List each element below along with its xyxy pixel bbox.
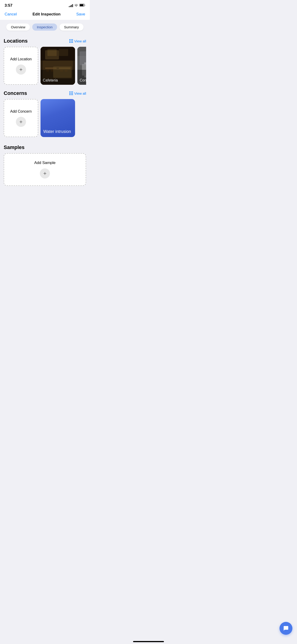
add-sample-label: Add Sample: [34, 160, 56, 165]
svg-rect-11: [48, 49, 57, 56]
concerns-view-all-button[interactable]: View all: [69, 92, 86, 95]
conference-label: Conference room: [80, 78, 86, 82]
wifi-icon: [74, 4, 78, 8]
add-sample-icon: +: [40, 168, 50, 178]
water-intrusion-label: Water intrusion: [43, 129, 72, 134]
concerns-view-all-label: View all: [74, 92, 86, 95]
cancel-button[interactable]: Cancel: [4, 12, 17, 16]
concerns-header: Concerns View all: [4, 86, 86, 99]
add-location-icon: +: [16, 64, 26, 75]
cafeteria-label: Cafeteria: [43, 78, 58, 82]
svg-rect-8: [60, 70, 63, 72]
samples-section: Samples Add Sample +: [4, 140, 86, 186]
add-location-label: Add Location: [10, 57, 32, 61]
locations-view-all-label: View all: [74, 39, 86, 43]
svg-rect-18: [84, 62, 86, 64]
concerns-title: Concerns: [4, 90, 27, 96]
status-icons: [69, 4, 85, 8]
svg-rect-1: [80, 4, 84, 6]
samples-header: Samples: [4, 140, 86, 153]
nav-bar: Cancel Edit Inspection Save: [0, 10, 90, 20]
tab-overview[interactable]: Overview: [6, 24, 30, 31]
tab-inspection[interactable]: Inspection: [32, 24, 57, 31]
svg-rect-5: [59, 68, 70, 69]
main-content: Locations View all Add Location +: [0, 34, 90, 209]
svg-rect-9: [65, 70, 68, 72]
locations-header: Locations View all: [4, 34, 86, 47]
page-title: Edit Inspection: [32, 12, 60, 16]
status-time: 3:57: [4, 3, 12, 8]
tab-summary[interactable]: Summary: [60, 24, 83, 31]
signal-icon: [69, 4, 73, 7]
svg-rect-10: [40, 47, 75, 60]
svg-rect-27: [77, 70, 86, 85]
svg-rect-4: [45, 68, 57, 69]
add-location-button[interactable]: Add Location +: [4, 47, 38, 85]
location-card-conference[interactable]: Conference room: [77, 47, 86, 85]
battery-icon: [80, 4, 85, 8]
add-concern-icon: +: [16, 117, 26, 127]
status-bar: 3:57: [0, 0, 90, 10]
svg-rect-13: [40, 70, 75, 85]
location-card-cafeteria[interactable]: Cafeteria: [40, 47, 75, 85]
grid-icon: [69, 39, 73, 43]
locations-view-all-button[interactable]: View all: [69, 39, 86, 43]
locations-title: Locations: [4, 38, 28, 44]
concern-card-water[interactable]: Water intrusion: [40, 99, 75, 137]
save-button[interactable]: Save: [76, 12, 85, 16]
locations-list: Add Location +: [4, 47, 86, 86]
add-sample-button[interactable]: Add Sample +: [4, 153, 86, 186]
svg-rect-15: [77, 47, 86, 56]
svg-rect-12: [59, 49, 68, 56]
add-concern-button[interactable]: Add Concern +: [4, 99, 38, 137]
concerns-list: Add Concern + Water intrusion: [4, 99, 86, 138]
concerns-grid-icon: [69, 92, 73, 95]
samples-title: Samples: [4, 144, 25, 150]
segment-control: Overview Inspection Summary: [0, 20, 90, 34]
add-concern-label: Add Concern: [10, 110, 32, 114]
